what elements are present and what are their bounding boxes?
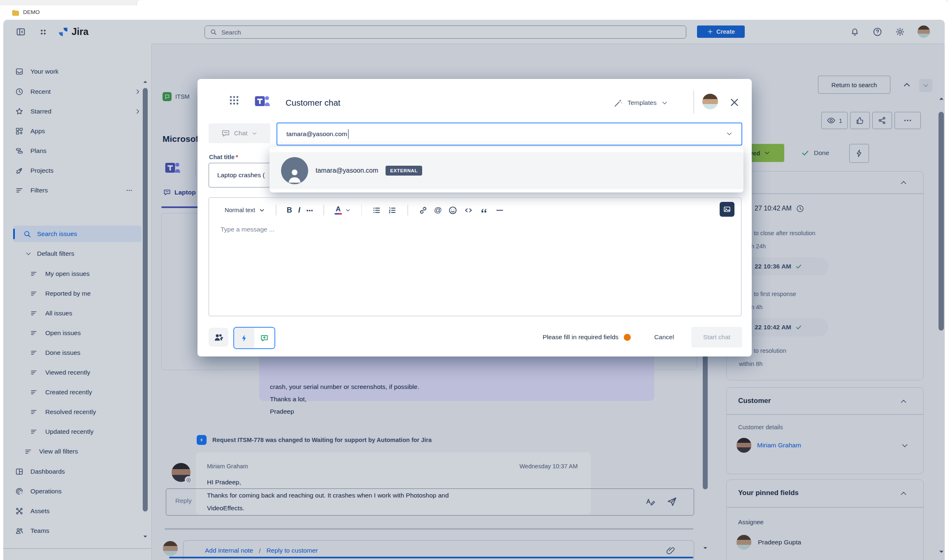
validation-dot-icon [624,334,631,341]
teams-logo-icon [253,92,272,112]
text-cursor [348,129,349,139]
chat-title-value: Laptop crashes ( [217,171,265,179]
recipient-combobox[interactable]: tamara@yasoon.com [276,123,742,146]
start-chat-button[interactable]: Start chat [691,327,742,347]
suggestion-email: tamara@yasoon.com [316,167,378,174]
chevron-down-icon [251,130,258,137]
close-icon[interactable] [728,96,741,109]
external-badge: EXTERNAL [386,166,422,176]
chevron-down-icon [345,207,351,213]
quote-icon[interactable] [479,206,489,215]
chevron-down-icon[interactable] [725,130,733,138]
suggestion-item[interactable]: tamara@yasoon.com EXTERNAL [270,152,744,189]
insert-image-button[interactable] [720,202,734,217]
text-style-dropdown[interactable]: Normal text [225,207,265,214]
chat-title-label: Chat title * [209,152,238,162]
code-icon[interactable] [464,206,473,215]
toolbar-separator [323,205,324,215]
validation-message: Please fill in required fields [492,327,618,347]
mention-icon[interactable]: @ [434,206,442,215]
header-divider [693,90,694,113]
modal-title: Customer chat [286,94,340,112]
screen: DEMO Jira Search Create [0,0,948,560]
emoji-icon[interactable] [448,206,458,215]
add-chat-segment[interactable] [254,328,274,348]
editor-toolbar: Normal text B I ••• A [225,202,504,218]
toolbar-separator [407,205,408,215]
templates-button[interactable]: Templates [613,94,669,112]
grid-drag-icon[interactable] [228,94,241,109]
magic-wand-icon [613,98,623,108]
toolbar-separator [361,205,362,215]
toolbar-separator [276,205,276,215]
divider-rule-icon[interactable] [495,206,504,215]
cancel-button[interactable]: Cancel [647,327,681,347]
browser-tab-strip [0,0,948,6]
more-formatting-icon[interactable]: ••• [307,207,314,213]
message-editor[interactable]: Normal text B I ••• A [209,197,741,316]
color-bar [335,213,342,215]
link-icon[interactable] [418,206,428,215]
folder-icon [12,9,20,17]
browser-tab[interactable] [137,0,948,5]
chat-bubble-icon [221,129,230,138]
bullet-list-icon[interactable] [372,206,381,215]
required-asterisk: * [236,154,238,160]
chat-type-selector[interactable]: Chat [209,123,270,143]
message-mode-toggle[interactable] [233,327,275,349]
recipient-suggestions-dropdown: tamara@yasoon.com EXTERNAL [270,147,744,192]
italic-icon[interactable]: I [298,206,300,215]
automation-bolt-segment[interactable] [234,328,254,348]
add-people-button[interactable] [209,328,228,347]
recipient-value: tamara@yasoon.com [286,130,347,138]
editor-placeholder: Type a message ... [221,226,274,233]
customer-chat-modal: Customer chat Templates Chat tamara@yaso… [198,79,752,356]
color-icon: A [336,206,341,213]
text-color-button[interactable]: A [335,206,351,215]
person-avatar-icon [281,157,308,184]
numbered-list-icon[interactable] [388,206,397,215]
chevron-down-icon [661,99,669,107]
chevron-down-icon [258,207,265,214]
bookmarks-bar: DEMO [0,5,948,20]
bold-icon[interactable]: B [287,206,292,215]
bookmark-label[interactable]: DEMO [23,9,40,15]
current-user-avatar[interactable] [702,94,718,109]
